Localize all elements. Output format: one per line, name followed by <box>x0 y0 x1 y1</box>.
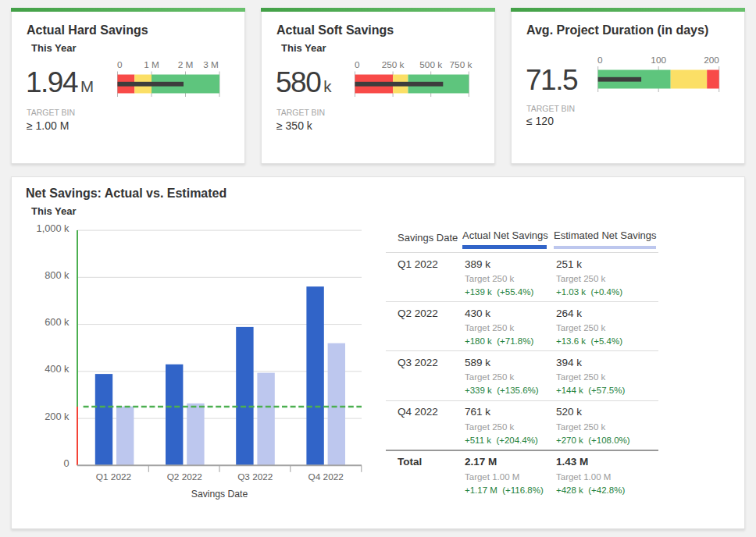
svg-text:750 k: 750 k <box>450 59 472 70</box>
svg-text:200 k: 200 k <box>45 411 70 422</box>
svg-text:1 M: 1 M <box>144 59 159 70</box>
svg-text:200: 200 <box>704 55 719 66</box>
svg-text:0: 0 <box>597 55 603 66</box>
svg-text:2 M: 2 M <box>178 59 194 70</box>
svg-text:0: 0 <box>63 457 69 469</box>
svg-text:0: 0 <box>117 59 123 70</box>
svg-text:Q2 2022: Q2 2022 <box>167 471 202 482</box>
svg-text:250 k: 250 k <box>382 59 405 70</box>
svg-text:Q3 2022: Q3 2022 <box>237 471 273 482</box>
svg-text:Q4 2022: Q4 2022 <box>308 471 344 482</box>
svg-text:500 k: 500 k <box>419 59 442 70</box>
svg-text:0: 0 <box>355 59 360 70</box>
svg-text:800 k: 800 k <box>45 269 70 281</box>
svg-text:400 k: 400 k <box>45 363 70 375</box>
svg-text:100: 100 <box>651 55 666 66</box>
svg-text:600 k: 600 k <box>45 316 70 328</box>
svg-text:Savings Date: Savings Date <box>191 489 248 500</box>
svg-text:1,000 k: 1,000 k <box>37 222 70 234</box>
svg-text:Q1 2022: Q1 2022 <box>96 471 131 482</box>
svg-text:3 M: 3 M <box>203 59 219 70</box>
